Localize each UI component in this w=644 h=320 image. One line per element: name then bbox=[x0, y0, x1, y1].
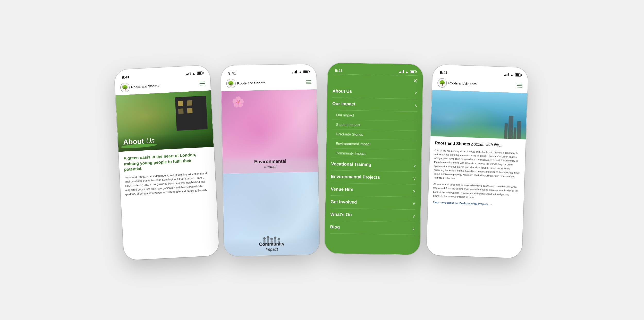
menu-item-whats-on[interactable]: What's On ∨ bbox=[330, 208, 416, 222]
menu-item-environmental-projects[interactable]: Environmental Projects ∨ bbox=[331, 170, 416, 185]
phone-3: 9:41 ▲ ✕ About Us ∨ O bbox=[325, 63, 423, 255]
menu-sub-student-impact[interactable]: Student Impact bbox=[332, 120, 417, 131]
menu-button-4[interactable] bbox=[517, 84, 522, 88]
menu-close-btn: ✕ bbox=[327, 74, 423, 86]
close-icon[interactable]: ✕ bbox=[413, 78, 418, 84]
menu-item-blog[interactable]: Blog ∨ bbox=[330, 221, 415, 235]
menu-item-about-us[interactable]: About Us ∨ bbox=[332, 85, 418, 99]
body-text-1: Roots and Shoots is an independent, awar… bbox=[124, 171, 211, 196]
logo-and-4: and bbox=[459, 81, 464, 85]
menu-label-vocational-training: Vocational Training bbox=[331, 161, 371, 167]
menu-label-our-impact: Our Impact bbox=[332, 101, 355, 107]
logo-tree-2: 🌳 bbox=[226, 79, 236, 88]
menu-item-our-impact[interactable]: Our Impact ∧ bbox=[332, 98, 417, 112]
logo-roots-2: Roots bbox=[237, 81, 248, 85]
tree-icon-4: 🌳 bbox=[439, 80, 445, 86]
phone2-content: Environmental Impact bbox=[221, 89, 319, 256]
phone4-content: Roots and Shoots buzzes with life... One… bbox=[426, 90, 527, 258]
wifi-icon-3: ▲ bbox=[405, 70, 409, 73]
chevron-get-involved: ∨ bbox=[412, 201, 416, 206]
battery-icon-3 bbox=[410, 70, 416, 73]
chevron-our-impact: ∧ bbox=[414, 103, 417, 108]
article-para-2: All year round, birds sing in huge yello… bbox=[433, 182, 520, 201]
chevron-blog: ∨ bbox=[412, 226, 415, 231]
logo-and-1: and bbox=[141, 84, 147, 88]
phone-notch-4 bbox=[464, 65, 497, 74]
phone-1: 9:41 ▲ 🌳 Roots and Shoots bbox=[114, 65, 219, 260]
status-icons-2: ▲ bbox=[292, 70, 309, 74]
building-1 bbox=[175, 96, 208, 131]
menu-sub-environmental-impact[interactable]: Environmental Impact bbox=[332, 139, 417, 150]
menu-button-1[interactable] bbox=[199, 81, 205, 85]
article-body: Roots and Shoots buzzes with life... One… bbox=[428, 136, 526, 211]
logo-shoots-2: Shoots bbox=[253, 81, 266, 85]
env-card[interactable]: Environmental Impact bbox=[221, 89, 318, 173]
status-icons-1: ▲ bbox=[186, 71, 203, 75]
article-title-italic: buzzes with life... bbox=[471, 142, 503, 147]
logo-2: 🌳 Roots and Shoots bbox=[226, 78, 265, 88]
hero-4 bbox=[430, 90, 527, 139]
article-link[interactable]: Read more about our Environmental Projec… bbox=[433, 200, 519, 207]
status-time-4: 9:41 bbox=[440, 70, 448, 75]
tree-icon-1: 🌳 bbox=[122, 84, 128, 91]
chevron-vocational: ∨ bbox=[413, 163, 416, 168]
menu-item-vocational-training[interactable]: Vocational Training ∨ bbox=[331, 158, 416, 172]
menu-label-venue-hire: Venue Hire bbox=[331, 187, 353, 192]
menu-label-about-us: About Us bbox=[332, 89, 352, 94]
env-card-overlay: Environmental Impact bbox=[223, 154, 318, 174]
chevron-whats-on: ∨ bbox=[412, 213, 415, 218]
phone-2: 9:41 ▲ 🌳 Roots and Shoots bbox=[221, 64, 320, 256]
comm-card-overlay: Community Impact bbox=[224, 237, 319, 256]
phone-notch-3 bbox=[359, 63, 392, 71]
logo-text-2: Roots and Shoots bbox=[237, 81, 266, 85]
signal-icon-2 bbox=[292, 70, 297, 73]
logo-tree-4: 🌳 bbox=[437, 78, 447, 88]
logo-shoots-4: Shoots bbox=[464, 82, 477, 86]
menu-label-environmental-projects: Environmental Projects bbox=[331, 174, 380, 180]
phone-notch-2 bbox=[252, 64, 285, 72]
battery-fill-2 bbox=[304, 71, 308, 73]
battery-icon-4 bbox=[515, 73, 521, 76]
menu-item-venue-hire[interactable]: Venue Hire ∨ bbox=[331, 183, 416, 197]
comm-card[interactable]: Community Impact bbox=[223, 172, 320, 256]
nav-2: 🌳 Roots and Shoots bbox=[221, 75, 317, 91]
chevron-venue: ∨ bbox=[413, 188, 416, 193]
battery-icon-1 bbox=[197, 71, 203, 75]
logo-text-1: Roots and Shoots bbox=[131, 84, 159, 89]
status-icons-4: ▲ bbox=[504, 72, 521, 77]
tagline-1: A green oasis in the heart of London, tr… bbox=[123, 151, 210, 172]
hero-1: About Us bbox=[116, 90, 214, 152]
logo-text-4: Roots and Shoots bbox=[448, 81, 477, 86]
logo-shoots-1: Shoots bbox=[147, 84, 159, 88]
signal-icon-1 bbox=[186, 72, 191, 75]
status-time-3: 9:41 bbox=[335, 68, 343, 73]
status-icons-3: ▲ bbox=[399, 70, 416, 74]
menu-sub-our-impact[interactable]: Our Impact bbox=[332, 110, 417, 121]
signal-icon-4 bbox=[504, 73, 509, 76]
logo-tree-1: 🌳 bbox=[120, 83, 130, 92]
logo-roots-1: Roots bbox=[131, 84, 142, 89]
hero-text-1: About Us bbox=[123, 137, 155, 146]
menu-sub-community-impact[interactable]: Community Impact bbox=[331, 148, 417, 159]
menu-button-2[interactable] bbox=[306, 80, 311, 84]
body-1: A green oasis in the heart of London, tr… bbox=[118, 147, 216, 201]
logo-and-2: and bbox=[248, 81, 253, 85]
status-time-2: 9:41 bbox=[228, 71, 236, 75]
logo-4: 🌳 Roots and Shoots bbox=[437, 78, 477, 89]
menu-sub-graduate-stories[interactable]: Graduate Stories bbox=[332, 129, 417, 140]
skyline bbox=[504, 115, 521, 139]
phone-4: 9:41 ▲ 🌳 Roots and Shoots bbox=[426, 64, 528, 258]
menu-item-get-involved[interactable]: Get Involved ∨ bbox=[331, 196, 416, 210]
phone1-content: About Us A green oasis in the heart of L… bbox=[116, 90, 219, 260]
signal-icon-3 bbox=[399, 70, 404, 73]
status-time-1: 9:41 bbox=[122, 74, 130, 79]
phone3-menu: ✕ About Us ∨ Our Impact ∧ Our Impact Stu… bbox=[325, 74, 423, 255]
battery-fill-4 bbox=[516, 74, 520, 76]
article-title: Roots and Shoots buzzes with life... bbox=[435, 140, 521, 149]
menu-items-list: About Us ∨ Our Impact ∧ Our Impact Stude… bbox=[325, 85, 423, 255]
menu-label-get-involved: Get Involved bbox=[331, 199, 357, 205]
wifi-icon-2: ▲ bbox=[299, 70, 302, 74]
phones-container: 9:41 ▲ 🌳 Roots and Shoots bbox=[109, 55, 535, 266]
menu-label-whats-on: What's On bbox=[330, 212, 352, 217]
battery-fill-3 bbox=[411, 71, 414, 73]
